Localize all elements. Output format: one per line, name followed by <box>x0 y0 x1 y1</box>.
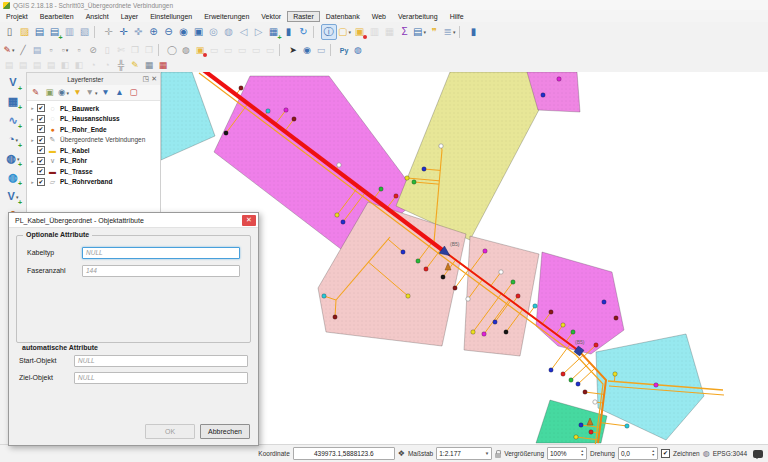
sketch-pencil-icon[interactable]: ✎ <box>129 59 142 72</box>
add-raster-layer-icon[interactable]: ▦+ <box>5 94 21 109</box>
menu-item-ansicht[interactable]: Ansicht <box>80 11 115 22</box>
start-objekt-input[interactable]: NULL <box>74 355 248 367</box>
image-tool-icon[interactable]: ▦ <box>143 59 156 72</box>
touch-zoom-icon[interactable]: ✛ <box>102 25 116 39</box>
filter-legend-icon[interactable]: ▼ <box>72 87 84 99</box>
menu-item-erweiterungen[interactable]: Erweiterungen <box>198 11 255 22</box>
expander-icon[interactable]: ▸ <box>30 179 35 185</box>
zoom-to-form-icon[interactable]: ◉ <box>301 44 314 57</box>
close-panel-icon[interactable]: ✕ <box>151 75 157 83</box>
add-group-icon[interactable]: ▣ <box>44 87 56 99</box>
open-layer-styling-icon[interactable]: ✎ <box>30 87 42 99</box>
rotation-spinner[interactable]: 0,0 ▲▼ <box>618 447 658 460</box>
zoom-to-selection-icon[interactable]: ◎ <box>207 25 221 39</box>
layer-row-pl-hausanschluss[interactable]: ▸✔◌PL_Hausanschluss <box>27 114 160 125</box>
text-annotation-icon[interactable]: ▭ <box>315 44 328 57</box>
select-arrow-icon[interactable]: ➤ <box>287 44 300 57</box>
menu-item-web[interactable]: Web <box>366 11 392 22</box>
simplify-feature-icon[interactable]: ◯ <box>166 44 179 57</box>
layer-row-pl-rohr-ende[interactable]: ✔●PL_Rohr_Ende <box>27 124 160 135</box>
zoom-native-icon[interactable]: ◉ <box>177 25 191 39</box>
dialog-close-button[interactable]: ✕ <box>242 215 256 226</box>
select-features-icon[interactable]: ▢▾ <box>338 25 352 39</box>
cancel-button[interactable]: Abbrechen <box>200 424 250 439</box>
new-project-icon[interactable]: ▯ <box>3 25 17 39</box>
no-edit-icon[interactable]: ⊘ <box>87 44 100 57</box>
map-tips-icon[interactable]: ❞ <box>428 25 442 39</box>
layer-visibility-checkbox[interactable]: ✔ <box>37 146 45 154</box>
python-console-icon[interactable]: Py <box>338 44 351 57</box>
zoom-to-layer-icon[interactable]: ◍ <box>222 25 236 39</box>
menu-item-hilfe[interactable]: Hilfe <box>444 11 470 22</box>
menu-item-datenbank[interactable]: Datenbank <box>320 11 366 22</box>
add-wfs-layer-icon[interactable]: V▾+ <box>5 189 21 204</box>
grid-tool-icon[interactable]: ╬ <box>115 59 128 72</box>
layer-visibility-checkbox[interactable]: ✔ <box>37 104 45 112</box>
move-feature-icon[interactable]: ▫▾ <box>59 44 72 57</box>
layer-visibility-checkbox[interactable]: ✔ <box>37 125 45 133</box>
spinner-arrows-icon[interactable]: ▲▼ <box>581 450 584 457</box>
zoom-full-icon[interactable]: ▣ <box>192 25 206 39</box>
manage-visibility-icon[interactable]: ◉▾ <box>58 87 70 99</box>
deselect-features-icon[interactable]: ▣ <box>353 25 367 39</box>
layer-row-bergeordnete-verbindungen[interactable]: ▸✔✎Übergeordnete Verbindungen <box>27 135 160 146</box>
zoom-in-icon[interactable]: ⊕ <box>147 25 161 39</box>
current-edits-icon[interactable]: ✎▾ <box>3 44 16 57</box>
message-log-icon[interactable] <box>753 450 763 458</box>
identify-features-icon[interactable]: ⓘ <box>321 24 337 40</box>
menu-item-layer[interactable]: Layer <box>115 11 145 22</box>
remove-layer-icon[interactable]: ▢ <box>128 87 140 99</box>
layer-row-pl-kabel[interactable]: ✔▬PL_Kabel <box>27 145 160 156</box>
add-postgis-layer-icon[interactable]: ◔▾+ <box>5 132 21 147</box>
zoom-next-icon[interactable]: ▷ <box>252 25 266 39</box>
save-project-icon[interactable]: ▤ <box>33 25 47 39</box>
expander-icon[interactable]: ▸ <box>30 105 35 111</box>
layer-row-pl-rohr[interactable]: ▸✔∨PL_Rohr <box>27 156 160 167</box>
scale-combo[interactable]: 1:2.177 ▼ <box>436 447 492 460</box>
expander-icon[interactable]: ▸ <box>30 158 35 164</box>
menu-item-einstellungen[interactable]: Einstellungen <box>144 11 198 22</box>
statistical-summary-icon[interactable]: Σ <box>398 25 412 39</box>
crs-label[interactable]: EPSG:3044 <box>713 450 747 457</box>
kabeltyp-input[interactable]: NULL <box>82 247 240 259</box>
menu-item-raster[interactable]: Raster <box>287 11 320 22</box>
help-contents-icon[interactable]: ▮ <box>467 25 481 39</box>
plugin-globe-icon[interactable]: ◍ <box>352 44 365 57</box>
collapse-all-icon[interactable]: ▲ <box>114 87 126 99</box>
new-print-composer-icon[interactable]: ▥ <box>63 25 77 39</box>
layer-visibility-checkbox[interactable]: ✔ <box>37 167 45 175</box>
color-swatches-icon[interactable]: ▦ <box>157 59 170 72</box>
refresh-map-icon[interactable]: ↻ <box>297 25 311 39</box>
spinner-arrows-icon[interactable]: ▲▼ <box>651 450 654 457</box>
ok-button[interactable]: OK <box>145 424 195 439</box>
layer-row-pl-rohrverband[interactable]: ▸✔▱PL_Rohrverband <box>27 177 160 188</box>
save-layer-edits-icon[interactable]: ▤ <box>31 44 44 57</box>
layer-visibility-checkbox[interactable]: ✔ <box>37 157 45 165</box>
pan-map-icon[interactable]: ✛ <box>117 25 131 39</box>
ziel-objekt-input[interactable]: NULL <box>74 372 248 384</box>
menu-item-vektor[interactable]: Vektor <box>255 11 287 22</box>
coordinate-input[interactable]: 439973.1,5888123.6 <box>293 447 395 460</box>
expand-all-icon[interactable]: ▼ <box>100 87 112 99</box>
menu-item-verarbeitung[interactable]: Verarbeitung <box>392 11 444 22</box>
add-vector-layer-icon[interactable]: V+ <box>5 75 21 90</box>
pan-to-selection-icon[interactable]: ✜ <box>132 25 146 39</box>
dialog-title-bar[interactable]: PL_Kabel_Übergeordnet - Objektattribute … <box>9 213 258 228</box>
open-project-icon[interactable]: ▨ <box>18 25 32 39</box>
expander-icon[interactable]: ▸ <box>30 137 35 143</box>
add-wms-layer-icon[interactable]: ◍+ <box>5 170 21 185</box>
render-checkbox[interactable]: ✔ <box>661 449 670 458</box>
zoom-last-icon[interactable]: ◁ <box>237 25 251 39</box>
crs-globe-icon[interactable]: ◍ <box>703 449 710 458</box>
extent-toggle-icon[interactable]: ❖ <box>398 449 405 458</box>
layer-visibility-checkbox[interactable]: ✔ <box>37 115 45 123</box>
add-to-overview-icon[interactable]: ▦+ <box>267 25 281 39</box>
node-tool-icon[interactable]: ▫ <box>73 44 86 57</box>
add-delimited-text-layer-icon[interactable]: ∿+ <box>5 113 21 128</box>
menu-item-bearbeiten[interactable]: Bearbeiten <box>34 11 80 22</box>
filter-expression-icon[interactable]: ▼▾ <box>86 87 98 99</box>
add-spatialite-layer-icon[interactable]: ◍▾+ <box>5 151 21 166</box>
globe-tool-icon[interactable]: ◍ <box>180 44 193 57</box>
layer-visibility-checkbox[interactable]: ✔ <box>37 178 45 186</box>
menu-item-projekt[interactable]: Projekt <box>0 11 34 22</box>
